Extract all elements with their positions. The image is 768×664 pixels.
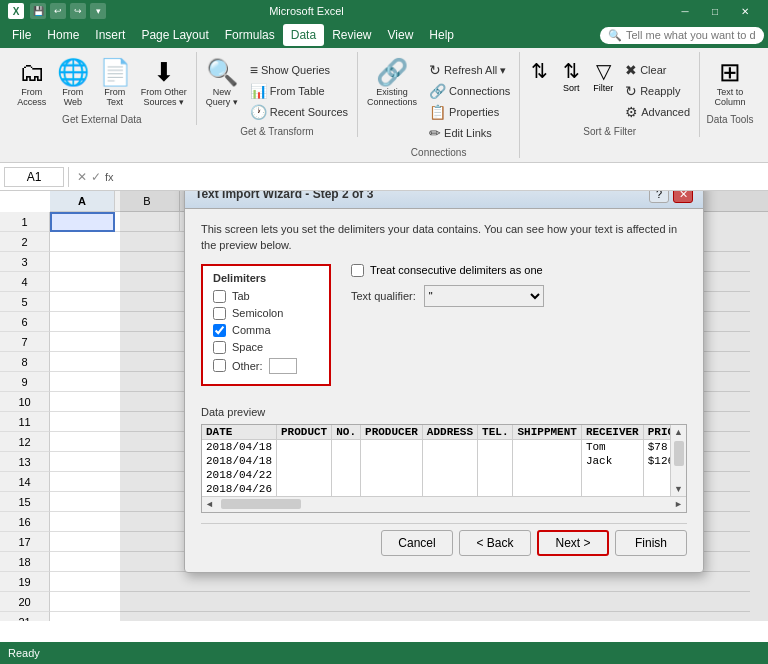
- text-to-columns-button[interactable]: ⊞ Text toColumn: [710, 56, 749, 110]
- redo-button[interactable]: ↪: [70, 3, 86, 19]
- menu-item-review[interactable]: Review: [324, 24, 379, 46]
- insert-function-icon[interactable]: fx: [105, 171, 114, 183]
- scroll-up-arrow[interactable]: ▲: [672, 425, 685, 439]
- menu-item-home[interactable]: Home: [39, 24, 87, 46]
- text-to-columns-icon: ⊞: [719, 59, 741, 85]
- space-checkbox[interactable]: [213, 341, 226, 354]
- properties-label: Properties: [449, 106, 499, 118]
- menu-item-page-layout[interactable]: Page Layout: [133, 24, 216, 46]
- formula-input[interactable]: [122, 170, 764, 184]
- clear-button[interactable]: ✖ Clear: [621, 60, 694, 80]
- other-delimiter-input[interactable]: [269, 358, 297, 374]
- consecutive-delimiters-checkbox[interactable]: [351, 264, 364, 277]
- preview-row4-date: 2018/04/26: [202, 482, 277, 496]
- preview-vertical-scrollbar[interactable]: ▲ ▼: [670, 425, 686, 496]
- advanced-button[interactable]: ⚙ Advanced: [621, 102, 694, 122]
- recent-sources-button[interactable]: 🕐 Recent Sources: [246, 102, 352, 122]
- preview-table-container: DATE PRODUCT NO. PRODUCER ADDRESS TEL. S…: [202, 425, 670, 496]
- dialog-close-button[interactable]: ✕: [673, 191, 693, 203]
- cell-reference-box[interactable]: [4, 167, 64, 187]
- search-box[interactable]: 🔍: [600, 27, 764, 44]
- dialog-right-options: Treat consecutive delimiters as one Text…: [331, 264, 687, 396]
- cell-a1[interactable]: [50, 212, 115, 232]
- maximize-button[interactable]: □: [700, 0, 730, 22]
- tab-checkbox[interactable]: [213, 290, 226, 303]
- undo-button[interactable]: ↩: [50, 3, 66, 19]
- dialog-overlay: Text Import Wizard - Step 2 of 3 ? ✕ Thi…: [120, 191, 768, 621]
- from-web-button[interactable]: 🌐 FromWeb: [53, 56, 93, 110]
- row-20: 20: [0, 592, 50, 612]
- show-queries-button[interactable]: ≡ Show Queries: [246, 60, 352, 80]
- dialog-help-button[interactable]: ?: [649, 191, 669, 203]
- scroll-down-arrow[interactable]: ▼: [672, 482, 685, 496]
- finish-button[interactable]: Finish: [615, 530, 687, 556]
- preview-horizontal-scrollbar[interactable]: ◄ ►: [202, 496, 686, 512]
- from-other-sources-button[interactable]: ⬇ From OtherSources ▾: [137, 56, 191, 110]
- cancel-formula-icon[interactable]: ✕: [77, 170, 87, 184]
- close-button[interactable]: ✕: [730, 0, 760, 22]
- title-bar: X 💾 ↩ ↪ ▾ Microsoft Excel ─ □ ✕: [0, 0, 768, 22]
- new-query-icon: 🔍: [206, 59, 238, 85]
- preview-row1-price: $78: [643, 439, 670, 454]
- from-access-button[interactable]: 🗂 FromAccess: [13, 56, 51, 110]
- connections-button[interactable]: 🔗 Connections: [425, 81, 514, 101]
- scroll-left-arrow[interactable]: ◄: [202, 499, 217, 509]
- new-query-button[interactable]: 🔍 NewQuery ▾: [202, 56, 242, 110]
- data-tools-label: Data Tools: [706, 110, 753, 125]
- text-qualifier-label: Text qualifier:: [351, 290, 416, 302]
- confirm-formula-icon[interactable]: ✓: [91, 170, 101, 184]
- comma-checkbox[interactable]: [213, 324, 226, 337]
- menu-item-insert[interactable]: Insert: [87, 24, 133, 46]
- menu-item-view[interactable]: View: [380, 24, 422, 46]
- minimize-button[interactable]: ─: [670, 0, 700, 22]
- refresh-all-label: Refresh All ▾: [444, 64, 506, 77]
- text-to-columns-label: Text toColumn: [714, 87, 745, 107]
- quick-access-arrow[interactable]: ▾: [90, 3, 106, 19]
- search-input[interactable]: [626, 29, 756, 41]
- semicolon-label: Semicolon: [232, 307, 283, 319]
- sort-filter-label: Sort & Filter: [583, 122, 636, 137]
- edit-links-icon: ✏: [429, 125, 441, 141]
- preview-header-date: DATE: [202, 425, 277, 440]
- from-table-button[interactable]: 📊 From Table: [246, 81, 352, 101]
- dialog-description: This screen lets you set the delimiters …: [201, 221, 687, 254]
- properties-button[interactable]: 📋 Properties: [425, 102, 514, 122]
- dialog-button-area: Cancel < Back Next > Finish: [201, 523, 687, 560]
- other-checkbox[interactable]: [213, 359, 226, 372]
- preview-row1-producer: [361, 439, 423, 454]
- save-button[interactable]: 💾: [30, 3, 46, 19]
- scroll-thumb-vertical[interactable]: [674, 441, 684, 466]
- connections-label: Connections: [411, 143, 467, 158]
- sort-icon: ⇅: [563, 59, 580, 83]
- reapply-button[interactable]: ↻ Reapply: [621, 81, 694, 101]
- sort-filter-small: ✖ Clear ↻ Reapply ⚙ Advanced: [621, 56, 694, 122]
- next-button[interactable]: Next >: [537, 530, 609, 556]
- scroll-right-arrow[interactable]: ►: [671, 499, 686, 509]
- cancel-button[interactable]: Cancel: [381, 530, 453, 556]
- sort-button[interactable]: ⇅ Sort: [557, 56, 585, 96]
- preview-row2-price: $126: [643, 454, 670, 468]
- filter-button[interactable]: ▽ Filter: [589, 56, 617, 96]
- text-qualifier-select[interactable]: " ' {none}: [424, 285, 544, 307]
- back-button[interactable]: < Back: [459, 530, 531, 556]
- scroll-thumb-horizontal[interactable]: [221, 499, 301, 509]
- edit-links-button[interactable]: ✏ Edit Links: [425, 123, 514, 143]
- clear-label: Clear: [640, 64, 666, 76]
- preview-header-tel: TEL.: [478, 425, 513, 440]
- existing-connections-label: ExistingConnections: [367, 87, 417, 107]
- preview-header-product: PRODUCT: [277, 425, 332, 440]
- menu-item-data[interactable]: Data: [283, 24, 324, 46]
- space-checkbox-row: Space: [213, 341, 319, 354]
- from-web-label: FromWeb: [62, 87, 83, 107]
- refresh-all-button[interactable]: ↻ Refresh All ▾: [425, 60, 514, 80]
- delimiters-title: Delimiters: [213, 272, 319, 284]
- from-text-button[interactable]: 📄 FromText: [95, 56, 135, 110]
- menu-item-formulas[interactable]: Formulas: [217, 24, 283, 46]
- existing-connections-button[interactable]: 🔗 ExistingConnections: [363, 56, 421, 110]
- preview-header-shippment: SHIPPMENT: [513, 425, 581, 440]
- menu-item-file[interactable]: File: [4, 24, 39, 46]
- sort-az-button[interactable]: ⇅: [525, 56, 553, 86]
- semicolon-checkbox[interactable]: [213, 307, 226, 320]
- menu-item-help[interactable]: Help: [421, 24, 462, 46]
- row-numbers: 1 2 3 4 5 6 7 8 9 10 11 12 13 14 15 16 1…: [0, 212, 50, 621]
